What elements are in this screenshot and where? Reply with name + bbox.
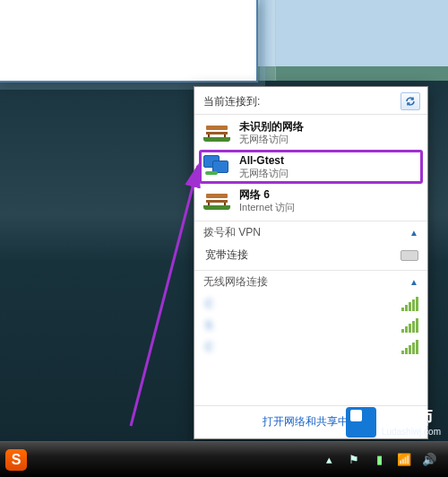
wifi-ssid: S [205,319,213,332]
wifi-ssid: C [205,341,213,353]
wifi-network-item[interactable]: C [194,293,427,315]
background-app-window [0,0,256,81]
network-name: 未识别的网络 [239,120,418,134]
refresh-button[interactable] [401,92,420,110]
wifi-network-item[interactable]: C [194,336,427,358]
taskbar: S ▴ ⚑ ▮ 📶 🔊 [0,441,448,477]
modem-icon [401,250,418,261]
signal-strength-icon [401,297,418,311]
bench-icon [202,119,232,146]
watermark-url: Ludashiwj.com [382,428,441,437]
network-item-allgtest[interactable]: All-Gtest 无网络访问 [200,151,422,183]
watermark-brand: 鹿大师 [382,409,441,426]
chevron-up-icon: ▲ [409,228,418,238]
flyout-header: 当前连接到: [194,87,427,115]
bench-icon [202,187,232,214]
chevron-up-icon: ▲ [409,277,418,287]
network-status: 无网络访问 [239,168,418,180]
wifi-ssid: C [205,298,213,310]
section-label: 拨号和 VPN [203,225,261,240]
network-name: All-Gtest [239,154,418,168]
network-item-unidentified[interactable]: 未识别的网络 无网络访问 [194,117,427,149]
refresh-icon [405,96,416,107]
network-tray-icon[interactable]: 📶 [396,452,412,468]
section-label: 无线网络连接 [203,274,268,290]
network-status: 无网络访问 [239,134,418,146]
section-wireless[interactable]: 无线网络连接 ▲ [194,270,427,293]
signal-strength-icon [401,340,418,354]
broadband-connection-item[interactable]: 宽带连接 [194,244,427,266]
flyout-scroll-area: 未识别的网络 无网络访问 All-Gtest 无网络访问 网络 6 Intern… [194,115,427,405]
network-status: Internet 访问 [239,202,418,214]
section-dial-vpn[interactable]: 拨号和 VPN ▲ [194,221,427,244]
signal-strength-icon [401,318,418,333]
network-item-network6[interactable]: 网络 6 Internet 访问 [194,185,427,217]
open-network-center-link[interactable]: 打开网络和共享中心 [263,415,359,428]
wifi-network-item[interactable]: S [194,315,427,336]
aero-glass-edge [260,0,276,81]
tray-up-icon[interactable]: ▴ [321,452,337,468]
system-tray: ▴ ⚑ ▮ 📶 🔊 [321,452,443,468]
deer-badge-icon [346,407,376,438]
computer-network-icon [202,153,232,180]
ime-label: S [12,452,22,468]
ime-sogou-button[interactable]: S [5,449,27,471]
volume-icon[interactable]: 🔊 [421,452,437,468]
flyout-title: 当前连接到: [203,94,260,109]
watermark-logo: 鹿大师 Ludashiwj.com [346,407,441,438]
battery-icon[interactable]: ▮ [371,452,387,468]
action-center-icon[interactable]: ⚑ [346,452,362,468]
network-name: 网络 6 [239,188,418,202]
broadband-label: 宽带连接 [205,247,248,263]
network-flyout-panel: 当前连接到: 未识别的网络 无网络访问 All-Gtest 无网络访问 [194,86,428,439]
